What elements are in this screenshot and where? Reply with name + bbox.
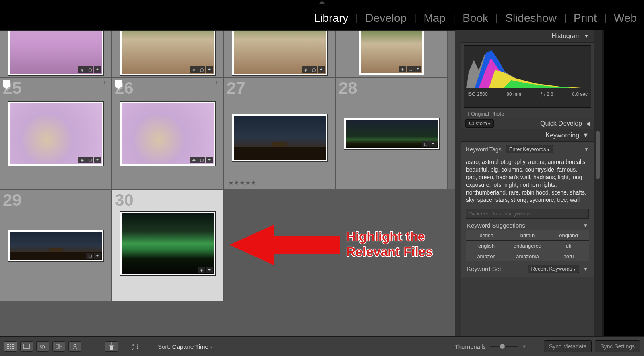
original-photo-toggle[interactable]: Original Photo [461,110,594,118]
grid-view-icon[interactable] [4,341,17,352]
svg-rect-10 [24,344,29,349]
thumbnail-image: ◈▢± [120,102,215,166]
keyword-suggestion[interactable]: british [466,230,507,240]
keyword-set-dropdown[interactable]: Recent Keywords ▾ [528,265,580,273]
crop-badge-icon[interactable]: ▢ [86,66,93,73]
svg-rect-2 [10,344,11,345]
thumbnails-label: Thumbnails [455,343,486,350]
keyword-badge-icon[interactable]: ◈ [399,66,406,72]
module-web[interactable]: Web [607,12,644,25]
disclosure-triangle-icon[interactable]: ▼ [584,147,589,152]
panel-scrollbar[interactable] [594,30,602,336]
thumbnail-cell[interactable]: ◈▢± [0,31,112,77]
adjust-badge-icon[interactable]: ± [206,157,213,163]
module-slideshow[interactable]: Slideshow [498,12,564,25]
loupe-view-icon[interactable] [20,341,33,352]
adjust-badge-icon[interactable]: ± [94,157,101,163]
compare-view-icon[interactable]: X|Y [36,341,49,352]
sort-direction-icon[interactable]: az [130,341,142,352]
treatment-dropdown[interactable]: Custom ▾ [465,119,494,128]
checkbox-icon[interactable] [464,112,469,116]
module-library[interactable]: Library [307,12,356,25]
disclosure-triangle-icon[interactable]: ▼ [584,33,589,39]
crop-badge-icon[interactable]: ▢ [198,66,205,73]
crop-badge-icon[interactable]: ▢ [86,157,93,163]
star-rating[interactable]: ★★★★★ [228,179,256,186]
thumbnail-cell[interactable]: 29 ▢± [0,189,112,301]
keyword-suggestion[interactable]: amazonia [507,251,548,261]
keyword-suggestion[interactable]: uk [548,241,589,251]
grid-scrollbar[interactable] [455,30,461,336]
adjust-badge-icon[interactable]: ± [206,66,213,73]
module-book[interactable]: Book [455,12,495,25]
crop-badge-icon[interactable]: ▢ [407,66,414,72]
panel-expand-indicator-icon[interactable] [319,1,325,4]
histogram-panel-header[interactable]: Histogram ▼ [461,30,594,43]
disclosure-triangle-icon[interactable]: ▼ [583,223,588,228]
disclosure-triangle-icon[interactable]: ▼ [582,132,589,139]
thumbnail-cell[interactable]: 28 ▢± [336,77,448,189]
crop-badge-icon[interactable]: ▢ [198,157,205,163]
keywording-panel-header[interactable]: Keywording ▼ [461,129,594,141]
module-develop[interactable]: Develop [358,12,414,25]
toolbar-menu-icon[interactable]: ▼ [522,344,526,349]
thumbnail-size-slider[interactable] [490,346,518,347]
svg-rect-7 [7,348,9,349]
keywording-title: Keywording [546,132,580,139]
keyword-suggestion[interactable]: england [548,230,589,240]
painter-tool-icon[interactable] [105,341,118,352]
keyword-badge-icon[interactable]: ◈ [78,157,86,163]
sync-settings-button[interactable]: Sync Settings [595,340,640,352]
thumbnail-grid[interactable]: ◈▢± ◈▢± ◈▢± ◈▢± 25 ! ◈▢± [0,30,455,336]
svg-rect-9 [12,348,14,349]
keyword-badge-icon[interactable]: ◈ [78,66,86,73]
keyword-tags-text[interactable]: astro, astrophotography, aurora, aurora … [466,156,589,206]
adjust-badge-icon[interactable]: ± [94,253,101,259]
histogram-display[interactable]: ISO 2500 80 mm ƒ / 2.8 8.0 sec [464,45,591,108]
survey-view-icon[interactable] [52,341,65,352]
keyword-tags-dropdown[interactable]: Enter Keywords ▾ [506,145,553,153]
people-view-icon[interactable] [68,341,81,352]
adjust-badge-icon[interactable]: ± [318,66,325,73]
keyword-add-input[interactable]: Click here to add keywords [466,209,589,219]
thumbnail-cell[interactable]: 27 ★★★★★ [224,77,336,189]
svg-rect-17 [111,342,112,345]
keyword-badge-icon[interactable]: ◈ [198,267,205,273]
cell-index: 30 [115,190,134,210]
thumbnail-cell-selected[interactable]: 30 ◈± [112,189,224,301]
keyword-suggestion[interactable]: britain [507,230,548,240]
keyword-suggestion[interactable]: endangered [507,241,548,251]
thumbnail-cell[interactable]: 26 ! ◈▢± [112,77,224,189]
keyword-suggestion[interactable]: english [466,241,507,251]
thumbnail-cell[interactable]: ◈▢± [112,31,224,77]
module-map[interactable]: Map [416,12,452,25]
svg-rect-12 [59,344,62,346]
crop-badge-icon[interactable]: ▢ [310,66,317,73]
metadata-warning-icon[interactable]: ! [103,80,109,86]
keyword-badge-icon[interactable]: ◈ [190,66,198,73]
module-print[interactable]: Print [566,12,604,25]
crop-badge-icon[interactable]: ▢ [422,141,429,147]
adjust-badge-icon[interactable]: ± [206,267,213,273]
disclosure-triangle-icon[interactable]: ◀ [586,121,590,126]
disclosure-triangle-icon[interactable]: ▼ [583,266,588,272]
thumbnail-cell[interactable]: ◈▢± [336,31,448,77]
sort-control[interactable]: Sort: Capture Time ▾ [158,343,212,350]
metadata-warning-icon[interactable]: ! [215,80,221,86]
adjust-badge-icon[interactable]: ± [429,141,437,147]
svg-rect-3 [12,344,14,345]
thumbnail-cell[interactable]: 25 ! ◈▢± [0,77,112,189]
sync-metadata-button[interactable]: Sync Metadata [544,340,592,352]
thumbnail-image: ◈▢± [8,30,103,75]
adjust-badge-icon[interactable]: ± [94,66,101,73]
thumbnail-image: ◈▢± [120,30,215,75]
svg-rect-13 [59,347,62,349]
keyword-suggestion[interactable]: peru [548,251,589,261]
keyword-badge-icon[interactable]: ◈ [190,157,198,163]
keyword-suggestion[interactable]: amazon [466,251,507,261]
crop-badge-icon[interactable]: ▢ [86,253,93,259]
annotation-arrow-icon [229,221,342,269]
keyword-badge-icon[interactable]: ◈ [302,66,310,73]
adjust-badge-icon[interactable]: ± [414,66,421,72]
thumbnail-cell[interactable]: ◈▢± [224,31,336,77]
